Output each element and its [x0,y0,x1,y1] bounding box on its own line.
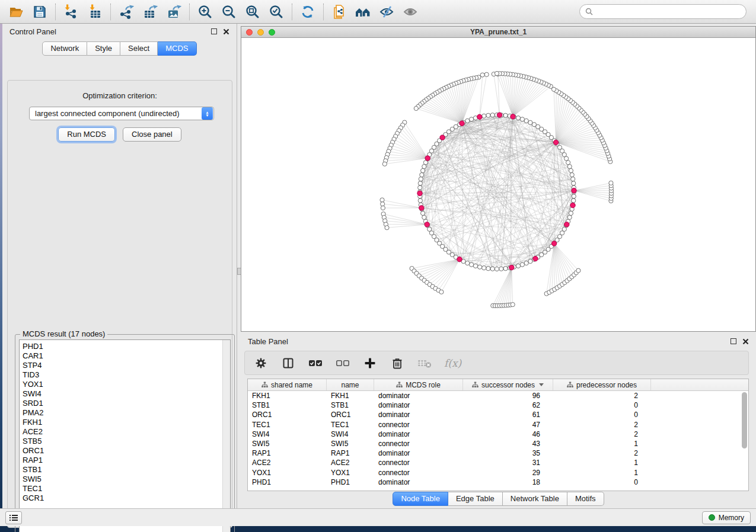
float-table-panel-icon[interactable] [731,338,736,344]
save-session-button[interactable] [31,3,49,21]
column-header-shared-name[interactable]: shared name [248,379,327,390]
table-row[interactable]: PHD1PHD1dominator180 [248,477,748,487]
mcds-result-item[interactable]: FKH1 [23,418,222,427]
mcds-node[interactable] [572,188,576,193]
graph-node[interactable] [418,185,422,190]
hide-details-button[interactable] [378,3,395,21]
network-canvas[interactable] [241,38,755,331]
graph-node[interactable] [524,261,528,265]
tab-edge-table[interactable]: Edge Table [448,492,503,506]
graph-node[interactable] [524,118,528,123]
graph-node[interactable] [516,264,520,268]
graph-node[interactable] [520,117,524,121]
function-builder-button[interactable]: f(x) [444,355,461,371]
deselect-all-button[interactable] [335,355,350,371]
graph-node[interactable] [473,264,477,268]
graph-node[interactable] [465,118,470,123]
add-column-button[interactable] [362,355,378,371]
graph-node[interactable] [567,215,572,219]
graph-node[interactable] [482,114,486,118]
graph-node[interactable] [503,113,508,117]
tab-network-table[interactable]: Network Table [503,492,567,506]
network-documents-button[interactable] [330,3,348,21]
import-table-button[interactable] [86,3,104,21]
mcds-node[interactable] [497,113,502,117]
close-panel-button[interactable]: Close panel [123,127,181,142]
graph-node[interactable] [419,177,423,181]
mcds-node[interactable] [425,156,430,161]
mcds-node[interactable] [509,265,514,270]
tab-node-table[interactable]: Node Table [393,492,448,506]
tab-mcds[interactable]: MCDS [158,41,196,56]
mcds-result-item[interactable]: YOX1 [23,380,222,389]
graph-node[interactable] [516,116,520,120]
graph-node[interactable] [503,267,508,271]
mcds-node[interactable] [457,257,462,262]
graph-node[interactable] [486,113,490,117]
mcds-result-item[interactable]: TID3 [23,370,222,380]
graph-node[interactable] [414,106,418,110]
mcds-node[interactable] [570,203,575,207]
graph-node[interactable] [385,226,389,230]
mcds-result-item[interactable]: PHD1 [23,342,222,351]
graph-node[interactable] [490,113,495,117]
delete-table-button[interactable] [417,355,432,371]
table-row[interactable]: SWI4SWI4dominator462 [248,430,748,439]
graph-node[interactable] [495,71,499,75]
table-row[interactable]: ORC1ORC1dominator610 [248,410,748,419]
select-all-button[interactable] [308,355,323,371]
table-row[interactable]: STB1STB1dominator620 [248,400,748,410]
graph-node[interactable] [566,161,570,165]
mcds-result-item[interactable]: STP4 [23,361,222,370]
graph-node[interactable] [576,268,580,273]
graph-node[interactable] [486,267,490,271]
graph-node[interactable] [499,267,503,271]
zoom-fit-button[interactable] [244,3,261,21]
close-panel-icon[interactable] [223,28,229,35]
table-row[interactable]: YOX1YOX1connector291 [248,468,748,477]
graph-node[interactable] [418,181,422,185]
tab-style[interactable]: Style [87,41,120,56]
zoom-out-button[interactable] [220,3,238,21]
optimization-criterion-select[interactable]: largest connected component (undirected)… [29,107,214,120]
table-row[interactable]: ACE2ACE2connector311 [248,458,748,467]
export-table-button[interactable] [141,3,159,21]
graph-node[interactable] [480,73,484,77]
column-header-mcds-role[interactable]: MCDS role [374,379,463,390]
column-header-predecessor-nodes[interactable]: predecessor nodes [553,379,651,390]
graph-node[interactable] [381,206,385,210]
table-scrollbar-thumb[interactable] [742,392,747,448]
mcds-result-item[interactable]: SWI4 [23,389,222,399]
mcds-result-item[interactable]: GCR1 [23,493,222,503]
graph-node[interactable] [551,87,556,91]
mcds-node[interactable] [425,222,429,227]
graph-node[interactable] [490,267,495,271]
graph-node[interactable] [381,202,385,206]
table-row[interactable]: SWI5SWI5connector431 [248,439,748,448]
graph-node[interactable] [570,173,574,177]
graph-node[interactable] [609,181,613,185]
show-details-button[interactable] [401,3,419,21]
mcds-result-item[interactable]: STB5 [23,437,222,446]
export-image-button[interactable] [165,3,183,21]
mcds-result-item[interactable]: ORC1 [23,446,222,456]
table-row[interactable]: RAP1RAP1dominator352 [248,448,748,458]
search-field[interactable] [579,4,747,19]
mcds-node[interactable] [477,114,482,119]
tab-motifs[interactable]: Motifs [567,492,604,506]
column-header-successor-nodes[interactable]: successor nodes [463,379,553,390]
tab-network[interactable]: Network [42,41,87,56]
graph-node[interactable] [520,262,524,267]
mcds-result-list[interactable]: PHD1CAR1STP4TID3YOX1SWI4SRD1PMA2FKH1ACE2… [19,339,231,532]
float-panel-icon[interactable] [211,28,217,34]
home-button[interactable] [354,3,372,21]
mcds-result-item[interactable]: ACE2 [23,427,222,437]
mcds-result-item[interactable]: STB1 [23,465,222,475]
show-panels-button[interactable] [5,511,22,524]
graph-node[interactable] [478,265,482,269]
graph-node[interactable] [569,211,573,215]
graph-node[interactable] [572,181,576,185]
graph-node[interactable] [421,211,425,215]
graph-node[interactable] [572,194,576,198]
table-row[interactable]: FKH1FKH1dominator962 [248,391,748,400]
